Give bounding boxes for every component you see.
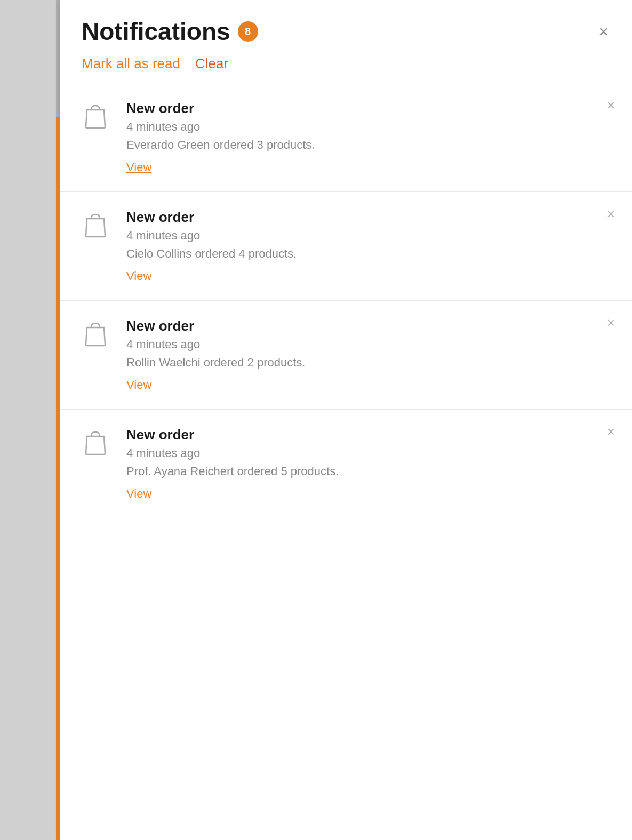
title-row: Notifications 8 × xyxy=(82,17,611,46)
notification-title: New order xyxy=(126,318,611,334)
panel-title: Notifications xyxy=(82,17,230,46)
notification-time: 4 minutes ago xyxy=(126,338,611,351)
notification-message: Everardo Green ordered 3 products. xyxy=(126,138,611,152)
notification-view-link[interactable]: View xyxy=(126,161,151,174)
shopping-bag-icon xyxy=(82,429,111,459)
mark-all-read-button[interactable]: Mark all as read xyxy=(82,55,180,72)
notification-message: Rollin Waelchi ordered 2 products. xyxy=(126,356,611,370)
notification-content: New order 4 minutes ago Rollin Waelchi o… xyxy=(126,318,611,392)
sidebar-background xyxy=(0,0,56,840)
notification-time: 4 minutes ago xyxy=(126,446,611,460)
notification-time: 4 minutes ago xyxy=(126,229,611,243)
clear-button[interactable]: Clear xyxy=(195,55,228,72)
orange-accent-bar xyxy=(56,117,60,840)
notification-title: New order xyxy=(126,209,611,226)
notification-badge: 8 xyxy=(238,21,258,42)
notification-view-link[interactable]: View xyxy=(126,269,151,283)
shopping-bag-icon xyxy=(82,320,111,350)
notification-view-link[interactable]: View xyxy=(126,487,151,501)
notification-item: New order 4 minutes ago Rollin Waelchi o… xyxy=(60,301,632,410)
notification-dismiss-button[interactable]: × xyxy=(607,207,615,221)
notification-time: 4 minutes ago xyxy=(126,120,611,134)
title-left: Notifications 8 xyxy=(82,17,258,46)
notification-message: Prof. Ayana Reichert ordered 5 products. xyxy=(126,465,611,478)
notification-panel: Notifications 8 × Mark all as read Clear… xyxy=(60,0,632,840)
notification-title: New order xyxy=(126,100,611,117)
panel-header: Notifications 8 × Mark all as read Clear xyxy=(60,0,632,83)
notification-message: Cielo Collins ordered 4 products. xyxy=(126,247,611,261)
actions-row: Mark all as read Clear xyxy=(82,55,611,72)
notifications-list: New order 4 minutes ago Everardo Green o… xyxy=(60,83,632,833)
notification-item: New order 4 minutes ago Cielo Collins or… xyxy=(60,192,632,301)
notification-item: New order 4 minutes ago Prof. Ayana Reic… xyxy=(60,410,632,518)
notification-view-link[interactable]: View xyxy=(126,378,151,392)
close-button[interactable]: × xyxy=(596,21,611,42)
notification-content: New order 4 minutes ago Prof. Ayana Reic… xyxy=(126,427,611,501)
shopping-bag-icon xyxy=(82,102,111,132)
notification-content: New order 4 minutes ago Everardo Green o… xyxy=(126,100,611,174)
notification-dismiss-button[interactable]: × xyxy=(607,425,615,438)
notification-item: New order 4 minutes ago Everardo Green o… xyxy=(60,83,632,192)
notification-title: New order xyxy=(126,427,611,443)
notification-dismiss-button[interactable]: × xyxy=(607,316,615,330)
shopping-bag-icon xyxy=(82,211,111,241)
notification-dismiss-button[interactable]: × xyxy=(607,98,615,112)
notification-content: New order 4 minutes ago Cielo Collins or… xyxy=(126,209,611,283)
